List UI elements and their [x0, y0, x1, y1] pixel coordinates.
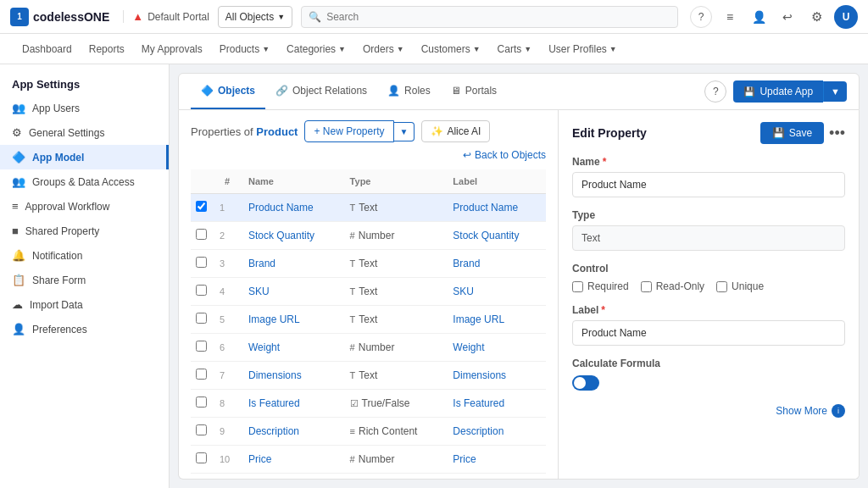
show-more-section[interactable]: Show More i — [572, 404, 845, 418]
sidebar-item-general-settings[interactable]: ⚙ General Settings — [0, 120, 169, 145]
update-app-dropdown-btn[interactable]: ▼ — [823, 81, 847, 102]
row-checkbox-cell[interactable] — [191, 362, 214, 390]
row-checkbox-cell[interactable] — [191, 446, 214, 474]
chevron-down-icon: ▼ — [609, 45, 617, 53]
table-row[interactable]: 8 Is Featured ☑True/False Is Featured — [191, 390, 546, 418]
back-to-objects-btn[interactable]: ↩ Back to Objects — [463, 149, 546, 161]
row-checkbox[interactable] — [196, 341, 207, 352]
row-checkbox[interactable] — [196, 257, 207, 268]
readonly-checkbox[interactable] — [641, 281, 652, 292]
table-row[interactable]: 6 Weight #Number Weight — [191, 334, 546, 362]
sidebar-item-import-data[interactable]: ☁ Import Data — [0, 292, 169, 317]
sidebar-item-share-form[interactable]: 📋 Share Form — [0, 268, 169, 292]
row-name-cell[interactable]: Weight — [240, 334, 342, 362]
top-nav: 1 codelessONE ▲ Default Portal All Objec… — [0, 0, 868, 34]
row-name-cell[interactable]: Price — [240, 446, 342, 474]
menu-icon[interactable]: ≡ — [719, 6, 741, 28]
row-checkbox-cell[interactable] — [191, 334, 214, 362]
row-checkbox-cell[interactable] — [191, 418, 214, 446]
history-icon[interactable]: ↩ — [776, 6, 798, 28]
row-name-cell[interactable]: Stock Quantity — [240, 222, 342, 250]
tab-object-relations[interactable]: 🔗 Object Relations — [265, 74, 377, 109]
required-control[interactable]: Required — [572, 280, 629, 292]
new-property-dropdown-btn[interactable]: ▼ — [394, 122, 415, 141]
toggle-track[interactable] — [572, 375, 599, 391]
secnav-reports[interactable]: Reports — [81, 34, 133, 64]
search-input[interactable] — [326, 11, 670, 23]
row-checkbox-cell[interactable] — [191, 390, 214, 418]
sidebar-item-notification[interactable]: 🔔 Notification — [0, 243, 169, 268]
unique-checkbox[interactable] — [716, 281, 727, 292]
row-checkbox-cell[interactable] — [191, 222, 214, 250]
name-input[interactable] — [572, 172, 845, 197]
secnav-user-profiles[interactable]: User Profiles ▼ — [540, 34, 626, 64]
row-checkbox[interactable] — [196, 201, 207, 212]
row-checkbox-cell[interactable] — [191, 278, 214, 306]
portal-selector[interactable]: ▲ Default Portal — [123, 10, 209, 23]
table-row[interactable]: 7 Dimensions TText Dimensions — [191, 362, 546, 390]
update-app-button[interactable]: 💾 Update App ▼ — [733, 80, 847, 103]
avatar[interactable]: U — [834, 5, 858, 29]
row-checkbox[interactable] — [196, 452, 207, 463]
table-row[interactable]: 3 Brand TText Brand — [191, 250, 546, 278]
secnav-customers[interactable]: Customers ▼ — [413, 34, 489, 64]
sidebar-item-preferences[interactable]: 👤 Preferences — [0, 317, 169, 341]
row-checkbox[interactable] — [196, 313, 207, 324]
row-name-cell[interactable]: Is Featured — [240, 390, 342, 418]
save-button[interactable]: 💾 Save — [760, 122, 824, 144]
table-row[interactable]: 2 Stock Quantity #Number Stock Quantity — [191, 222, 546, 250]
secnav-carts[interactable]: Carts ▼ — [489, 34, 541, 64]
required-checkbox[interactable] — [572, 281, 583, 292]
secnav-approvals[interactable]: My Approvals — [133, 34, 211, 64]
sidebar-item-app-users[interactable]: 👥 App Users — [0, 96, 169, 120]
sidebar-label: Preferences — [32, 324, 87, 336]
row-name-cell[interactable]: Dimensions — [240, 362, 342, 390]
row-name-cell[interactable]: Brand — [240, 250, 342, 278]
calc-formula-toggle[interactable] — [572, 375, 845, 391]
sidebar-item-approval-workflow[interactable]: ≡ Approval Workflow — [0, 194, 169, 219]
label-input[interactable] — [572, 320, 845, 346]
tab-portals[interactable]: 🖥 Portals — [441, 74, 507, 109]
new-property-main-btn[interactable]: + New Property — [304, 120, 393, 142]
new-property-button[interactable]: + New Property ▼ — [304, 120, 415, 142]
row-checkbox[interactable] — [196, 396, 207, 408]
unique-control[interactable]: Unique — [716, 280, 764, 292]
tab-roles[interactable]: 👤 Roles — [377, 74, 441, 109]
secnav-orders[interactable]: Orders ▼ — [354, 34, 413, 64]
row-checkbox[interactable] — [196, 285, 207, 296]
row-checkbox-cell[interactable] — [191, 250, 214, 278]
sidebar-item-groups-data-access[interactable]: 👥 Groups & Data Access — [0, 169, 169, 194]
update-app-main-btn[interactable]: 💾 Update App — [733, 80, 823, 103]
row-checkbox-cell[interactable] — [191, 306, 214, 334]
users-icon[interactable]: 👤 — [748, 6, 770, 28]
row-name-cell[interactable]: Description — [240, 418, 342, 446]
row-checkbox[interactable] — [196, 229, 207, 240]
row-checkbox[interactable] — [196, 369, 207, 380]
tab-help-icon[interactable]: ? — [704, 80, 726, 103]
more-options-button[interactable]: ••• — [829, 125, 845, 141]
secnav-dashboard[interactable]: Dashboard — [14, 34, 81, 64]
objects-select[interactable]: All Objects ▼ — [218, 6, 292, 28]
tab-objects[interactable]: 🔷 Objects — [191, 74, 265, 109]
alice-ai-button[interactable]: ✨ Alice AI — [421, 120, 490, 142]
table-row[interactable]: 5 Image URL TText Image URL — [191, 306, 546, 334]
help-icon[interactable]: ? — [690, 6, 712, 28]
secnav-products[interactable]: Products ▼ — [211, 34, 278, 64]
row-checkbox-cell[interactable] — [191, 194, 214, 222]
settings-icon[interactable]: ⚙ — [805, 6, 827, 28]
read-only-control[interactable]: Read-Only — [641, 280, 704, 292]
row-name-cell[interactable]: Product Name — [240, 194, 342, 222]
sidebar-item-app-model[interactable]: 🔷 App Model — [0, 145, 169, 169]
table-row[interactable]: 4 SKU TText SKU — [191, 278, 546, 306]
sidebar-item-shared-property[interactable]: ■ Shared Property — [0, 219, 169, 243]
row-name-cell[interactable]: SKU — [240, 278, 342, 306]
row-checkbox[interactable] — [196, 424, 207, 435]
table-row[interactable]: 9 Description ≡Rich Content Description — [191, 418, 546, 446]
row-label-cell: Description — [444, 418, 546, 446]
table-row[interactable]: 1 Product Name TText Product Name — [191, 194, 546, 222]
table-row[interactable]: 10 Price #Number Price — [191, 446, 546, 474]
logo[interactable]: 1 codelessONE — [10, 8, 109, 26]
row-name-cell[interactable]: Image URL — [240, 306, 342, 334]
search-bar[interactable]: 🔍 — [301, 6, 678, 28]
secnav-categories[interactable]: Categories ▼ — [278, 34, 354, 64]
